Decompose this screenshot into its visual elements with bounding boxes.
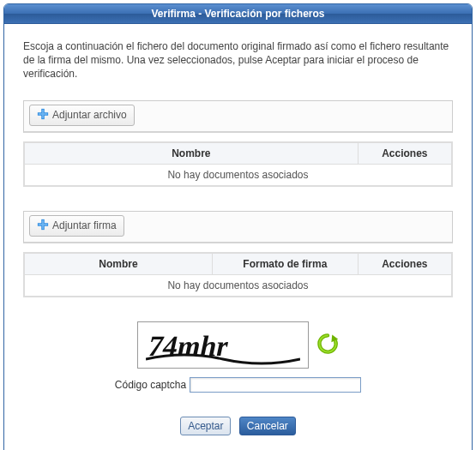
cancel-button[interactable]: Cancelar bbox=[239, 417, 296, 435]
attach-signature-section: Adjuntar firma Nombre Formato de firma A… bbox=[23, 211, 453, 297]
svg-rect-7 bbox=[39, 224, 48, 225]
plus-icon bbox=[37, 219, 49, 233]
refresh-captcha-icon[interactable] bbox=[316, 332, 340, 358]
intro-text: Escoja a continuación el fichero del doc… bbox=[23, 39, 453, 81]
col-actions: Acciones bbox=[358, 253, 452, 275]
col-name: Nombre bbox=[24, 253, 213, 275]
attach-signature-bar: Adjuntar firma bbox=[23, 211, 453, 243]
plus-icon bbox=[37, 108, 49, 123]
table-row: No hay documentos asociados bbox=[24, 274, 452, 297]
table-row: No hay documentos asociados bbox=[24, 164, 452, 186]
verification-panel: Verifirma - Verificación por ficheros Es… bbox=[3, 3, 473, 450]
captcha-image: 74mhr bbox=[137, 321, 309, 369]
attach-signature-button[interactable]: Adjuntar firma bbox=[29, 215, 124, 237]
file-table: Nombre Acciones No hay documentos asocia… bbox=[23, 141, 453, 187]
panel-title: Verifirma - Verificación por ficheros bbox=[4, 4, 472, 24]
attach-file-button[interactable]: Adjuntar archivo bbox=[29, 105, 135, 126]
table-header-row: Nombre Formato de firma Acciones bbox=[24, 253, 452, 275]
signature-table: Nombre Formato de firma Acciones No hay … bbox=[23, 252, 453, 297]
attach-file-button-label: Adjuntar archivo bbox=[52, 109, 127, 121]
col-name: Nombre bbox=[24, 142, 358, 165]
captcha-label: Código captcha bbox=[115, 379, 186, 391]
captcha-input[interactable] bbox=[190, 377, 361, 393]
svg-rect-3 bbox=[39, 113, 48, 115]
col-actions: Acciones bbox=[358, 142, 452, 165]
empty-message: No hay documentos asociados bbox=[24, 164, 452, 186]
attach-signature-button-label: Adjuntar firma bbox=[52, 219, 117, 231]
panel-body: Escoja a continuación el fichero del doc… bbox=[4, 24, 472, 450]
action-bar: Aceptar Cancelar bbox=[23, 417, 453, 435]
col-format: Formato de firma bbox=[213, 253, 359, 275]
accept-button[interactable]: Aceptar bbox=[180, 417, 231, 435]
attach-file-section: Adjuntar archivo Nombre Acciones No hay … bbox=[23, 100, 453, 187]
table-header-row: Nombre Acciones bbox=[24, 142, 452, 165]
attach-file-bar: Adjuntar archivo bbox=[23, 100, 453, 133]
empty-message: No hay documentos asociados bbox=[24, 274, 452, 297]
captcha-section: 74mhr Código captcha bbox=[23, 321, 453, 393]
